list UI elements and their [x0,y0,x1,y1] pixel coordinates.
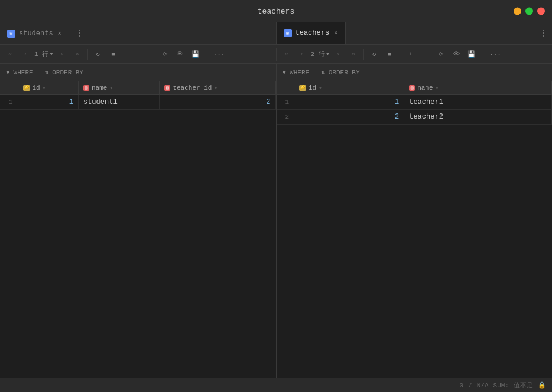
next-page-btn-right[interactable]: › [332,48,345,61]
na-value: N/A [477,382,489,389]
last-page-btn-left[interactable]: » [71,48,84,61]
sum-value: 值不足 [514,381,533,390]
clone-row-btn-left[interactable]: ⟳ [158,48,171,61]
students-panel: ▼ WHERE ⇅ ORDER BY 🔑 id [0,64,277,378]
save-btn-left[interactable]: 💾 [189,48,202,61]
null-count: 0 [460,382,464,389]
toolbar-row: « ‹ 1 行 ▼ › » ↻ ■ + − ⟳ 👁 💾 ··· « ‹ 2 行 … [0,45,552,64]
order-by-label-right: ORDER BY [329,69,360,76]
right-tab-group: ⊞ teachers × ⋮ [277,22,553,44]
table-row[interactable]: 1 1 teacher1 [277,95,552,110]
toolbar-more-right[interactable]: ··· [486,51,505,58]
toolbar-more-left[interactable]: ··· [210,51,229,58]
right-toolbar: « ‹ 2 行 ▼ › » ↻ ■ + − ⟳ 👁 💾 ··· [277,48,553,61]
t-name-val-2: teacher2 [404,110,552,125]
left-tab-more[interactable]: ⋮ [70,22,88,44]
col-name-label: name [92,84,107,92]
sort-t-id: ▾ [319,85,322,92]
tab-students-label: students [19,30,53,38]
add-row-btn-right[interactable]: + [404,48,417,61]
tab-bar: ⊞ students × ⋮ ⊞ teachers × ⋮ [0,22,552,45]
students-name-header[interactable]: ▤ name ▾ [78,81,159,95]
divider5 [400,49,400,60]
field-icon-t-name: ▤ [409,85,415,91]
filter-icon-right: ▼ [283,69,287,76]
table-icon-right: ⊞ [284,29,292,37]
col-t-name-label: name [417,84,433,92]
divider3 [206,49,206,60]
add-row-btn-left[interactable]: + [128,48,141,61]
order-by-label-left: ORDER BY [52,69,83,76]
row-count-left[interactable]: 1 行 ▼ [34,50,53,58]
preview-btn-right[interactable]: 👁 [450,48,463,61]
sort-id: ▾ [43,85,46,92]
right-filter-bar: ▼ WHERE ⇅ ORDER BY [277,64,553,81]
teachers-panel: ▼ WHERE ⇅ ORDER BY 🔑 id [277,64,553,378]
field-icon-name: ▤ [83,85,89,91]
teachers-id-header[interactable]: 🔑 id ▾ [294,81,404,95]
table-row[interactable]: 1 1 student1 2 [0,95,275,110]
table-icon: ⊞ [7,30,15,38]
tab-teachers[interactable]: ⊞ teachers × [277,22,346,44]
minimize-button[interactable] [514,8,521,15]
students-table: 🔑 id ▾ ▤ name ▾ [0,81,276,110]
order-icon-left: ⇅ [45,68,49,76]
last-page-btn-right[interactable]: » [347,48,360,61]
preview-btn-left[interactable]: 👁 [174,48,187,61]
prev-page-btn-right[interactable]: ‹ [296,48,309,61]
clone-row-btn-right[interactable]: ⟳ [434,48,447,61]
tab-students-close[interactable]: × [58,30,62,37]
table-row[interactable]: 2 2 teacher2 [277,110,552,125]
row-num-2-right: 2 [277,110,294,125]
field-icon-teacher-id: ▤ [164,85,170,91]
key-icon-t-id: 🔑 [299,85,306,91]
next-page-btn-left[interactable]: › [56,48,69,61]
col-teacher-id-label: teacher_id [173,84,212,92]
right-tab-spacer [346,22,534,44]
left-tab-group: ⊞ students × ⋮ [0,22,277,44]
tab-students[interactable]: ⊞ students × [0,22,69,44]
t-id-val-1: 1 [294,95,404,110]
t-name-val-1: teacher1 [404,95,552,110]
close-button[interactable] [537,8,545,15]
row-num-1-left: 1 [0,95,18,110]
students-table-container: 🔑 id ▾ ▤ name ▾ [0,81,276,378]
status-bar: 0 / N/A SUM: 值不足 🔒 [0,378,552,392]
teachers-header-row: 🔑 id ▾ ▤ name ▾ [277,81,552,95]
save-btn-right[interactable]: 💾 [465,48,478,61]
tab-teachers-close[interactable]: × [334,30,338,37]
stop-btn-left[interactable]: ■ [107,48,120,61]
tab-teachers-label: teachers [296,29,330,37]
order-by-filter-right[interactable]: ⇅ ORDER BY [321,68,359,76]
students-teacher-id-header[interactable]: ▤ teacher_id ▾ [160,81,275,95]
order-icon-right: ⇅ [321,68,325,76]
students-id-header[interactable]: 🔑 id ▾ [18,81,78,95]
lock-icon: 🔒 [538,381,546,389]
maximize-button[interactable] [525,8,533,15]
left-toolbar: « ‹ 1 行 ▼ › » ↻ ■ + − ⟳ 👁 💾 ··· [0,48,277,61]
remove-row-btn-right[interactable]: − [419,48,432,61]
first-page-btn-left[interactable]: « [4,48,17,61]
prev-page-btn-left[interactable]: ‹ [19,48,32,61]
right-tab-more[interactable]: ⋮ [534,22,552,44]
sort-name: ▾ [109,85,112,92]
teachers-name-header[interactable]: ▤ name ▾ [404,81,552,95]
teachers-row-num-header [277,81,294,95]
refresh-btn-left[interactable]: ↻ [92,48,105,61]
teachers-table-container: 🔑 id ▾ ▤ name ▾ [277,81,553,378]
teachers-table: 🔑 id ▾ ▤ name ▾ [277,81,553,125]
remove-row-btn-left[interactable]: − [143,48,156,61]
divider2 [124,49,124,60]
sort-teacher-id: ▾ [214,85,217,92]
where-filter-right[interactable]: ▼ WHERE [283,69,310,76]
students-row-num-header [0,81,18,95]
where-filter-left[interactable]: ▼ WHERE [6,69,33,76]
row-count-right[interactable]: 2 行 ▼ [311,50,330,58]
first-page-btn-right[interactable]: « [280,48,293,61]
stop-btn-right[interactable]: ■ [383,48,396,61]
title-bar: teachers [0,0,552,22]
order-by-filter-left[interactable]: ⇅ ORDER BY [45,68,83,76]
teacher-id-val-1: 2 [160,95,275,110]
refresh-btn-right[interactable]: ↻ [368,48,381,61]
divider1 [87,49,88,60]
